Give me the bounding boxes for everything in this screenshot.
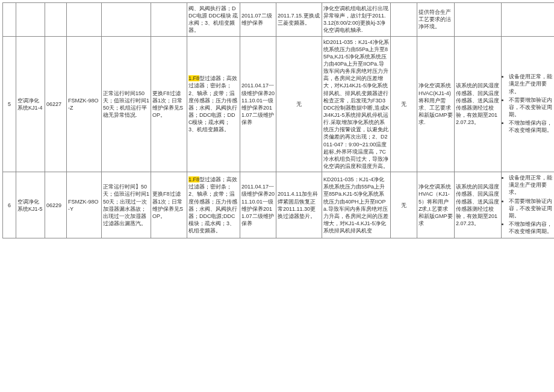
highlight-f8: 1.F8 bbox=[188, 75, 199, 81]
highlight-f8: 1.F8 bbox=[188, 176, 199, 182]
cell: 2011.7.15.更换成三菱变频器。 bbox=[276, 3, 322, 37]
model-number: FSMZK-98O-Z bbox=[67, 36, 102, 172]
conclusion-cell: 设备使用正常，能满足生产使用要求。 不需要增加验证内容，不改变验证周期。 不增加… bbox=[502, 172, 555, 238]
conclusion-cell: 设备使用正常，能满足生产使用要求。 不需要增加验证内容，不改变验证周期。 不增加… bbox=[502, 36, 555, 172]
table-row: 阀、风阀执行器；DDC电源 DDC模块 疏水阀；3、机组变频器。 2011.07… bbox=[3, 3, 555, 37]
purpose-desc: 净化空调系统HVAC（KJ1-5）将和用户 Z求,I.艺要求和新版GMP要求 bbox=[417, 172, 455, 238]
model-number: FSMZK-98O-Y bbox=[67, 172, 102, 238]
cell: 提供符合生产工艺要求的洁净环境。 bbox=[417, 3, 455, 37]
sensor-desc: 该系统的回风湿度传感器、回风温度传感器、送风温度传感器测经过校验，有效期至201… bbox=[455, 172, 502, 238]
equipment-code: 06227 bbox=[45, 36, 67, 172]
row-number: 6 bbox=[3, 172, 16, 238]
cell bbox=[45, 3, 67, 37]
cell bbox=[151, 3, 187, 37]
filter-desc: 1.F8型过滤器；高效过滤器；密封条；2、轴承；皮带；温度传感器；压力传感器；水… bbox=[187, 36, 240, 172]
row-number: 5 bbox=[3, 36, 16, 172]
cell bbox=[16, 3, 45, 37]
cell bbox=[455, 3, 502, 37]
cell: 阀、风阀执行器；DDC电源 DDC模块 疏水阀；3、机组变频器。 bbox=[187, 3, 240, 37]
equipment-code: 06229 bbox=[45, 172, 67, 238]
list-item: 不需要增加验证内容，不改变验证周期。 bbox=[509, 96, 554, 118]
none-cell: 无 bbox=[391, 172, 417, 238]
cell bbox=[391, 3, 417, 37]
filter-rest: 型过滤器；高效过滤器；密封条；2、轴承；皮带；温度传感器；压力传感器；水阀、风阀… bbox=[188, 75, 237, 132]
repair-desc: 2011.4.11加生科焊紧固后恢复正常2011.11.30更换过滤器垫片。 bbox=[276, 172, 322, 238]
bullet-list: 设备使用正常，能满足生产使用要求。 不需要增加验证内容，不改变验证周期。 不增加… bbox=[503, 174, 554, 235]
none-cell: 无 bbox=[276, 36, 322, 172]
cell: 净化空调机组电机运行出现异常噪声，故计划于2011.3.12(8:00/2:00… bbox=[322, 3, 391, 37]
replace-desc: 更换F8过滤器1次；日常维护保养见SOP。 bbox=[151, 172, 187, 238]
filter-rest: 型过滤器；高效过滤器；密封条；2、轴承；皮带；温度传感器；压力传感器；水阀、风阀… bbox=[188, 176, 237, 234]
maintenance-dates: 2011.04.17一级维护保养2011.10.01一级维护保养2011.07二… bbox=[240, 172, 276, 238]
list-item: 不增加维保内容，不改变维保周期。 bbox=[509, 220, 554, 235]
cell bbox=[502, 3, 555, 37]
bullet-list: 设备使用正常，能满足生产使用要求。 不需要增加验证内容，不改变验证周期。 不增加… bbox=[503, 73, 554, 134]
replace-desc: 更换F8过滤器1次；日常维护保养见SOP。 bbox=[151, 36, 187, 172]
maintenance-dates: 2011.04.17一级维护保养2011.10.01一级维护保养2011.07二… bbox=[240, 36, 276, 172]
table-row: 6 空调净化系统KJ1-5 06229 FSMZK-98O-Y 正常运行时间】5… bbox=[3, 172, 555, 238]
list-item: 不需要增加验证内容，不改变验证周期。 bbox=[509, 198, 554, 219]
sensor-desc: 该系统的回风湿度传感器、回风温度传感器、送风温度传感器测经过校验，有效期至201… bbox=[455, 36, 502, 172]
purpose-desc: 净化空调系统HVAC(KJ1-4)将和用户需求、工艺要求和新版GMP要求. bbox=[417, 36, 455, 172]
cell bbox=[102, 3, 151, 37]
filter-desc: 1.F8型过滤器；高效过滤器；密封条；2、轴承；皮带；温度传感器；压力传感器；水… bbox=[187, 172, 240, 238]
none-cell: 无 bbox=[391, 36, 417, 172]
list-item: 设备使用正常，能满足生产使用要求。 bbox=[509, 73, 554, 95]
cell: 2011.07二级维护保养 bbox=[240, 3, 276, 37]
runtime-desc: 正常运行时间150天；值班运行时间150天；机组运行平稳无异常情况. bbox=[102, 36, 151, 172]
list-item: 不增加维保内容，不改变维保周期。 bbox=[509, 119, 554, 134]
kd-desc: KD2011-035：KJ1-4净化系统系统压力由55Pa上升至85Pa.KJ1… bbox=[322, 172, 391, 238]
data-table: 阀、风阀执行器；DDC电源 DDC模块 疏水阀；3、机组变频器。 2011.07… bbox=[2, 2, 554, 238]
cell bbox=[67, 3, 102, 37]
cell bbox=[3, 3, 16, 37]
table-row: 5 空调净化系统KJ1-4 06227 FSMZK-98O-Z 正常运行时间15… bbox=[3, 36, 555, 172]
system-name: 空调净化系统KJ1-4 bbox=[16, 36, 45, 172]
system-name: 空调净化系统KJ1-5 bbox=[16, 172, 45, 238]
runtime-desc: 正常运行时间】50天；值班运行时间150天；出现过一次加湿器漏水器故；出现过一次… bbox=[102, 172, 151, 238]
list-item: 设备使用正常，能满足生产使用要求。 bbox=[509, 174, 554, 196]
kd-desc: kD2011-035：KJ1-4净化系统系统压力由55Pa上升至85Pa,KJ1… bbox=[322, 36, 391, 172]
